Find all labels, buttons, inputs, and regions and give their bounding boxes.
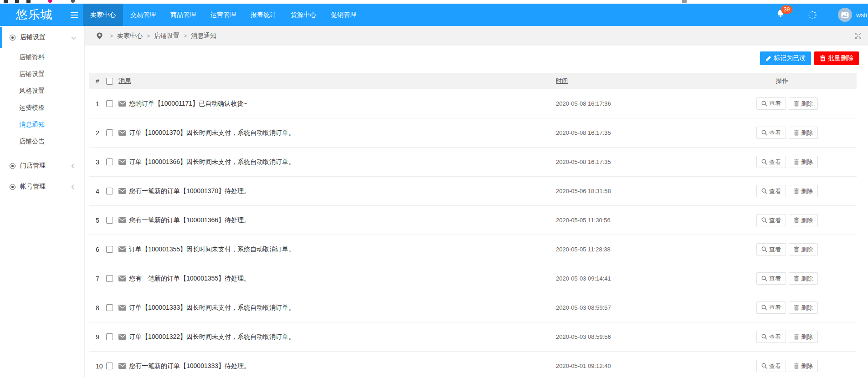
delete-label: 删除 (801, 158, 813, 166)
row-checkbox[interactable] (106, 217, 113, 224)
delete-button[interactable]: 删除 (789, 301, 818, 314)
delete-button[interactable]: 删除 (789, 360, 818, 372)
username[interactable]: wstmar (856, 11, 868, 19)
messages-table: # 消息 时间 操作 1 您的订单【100001171】已自动确认收货~ (89, 73, 857, 378)
fullscreen-icon[interactable] (855, 32, 862, 39)
message-text: 订单【100001366】因长时间未支付，系统自动取消订单。 (129, 158, 295, 166)
table-body: 1 您的订单【100001171】已自动确认收货~ 2020-05-08 16:… (89, 89, 857, 378)
delete-button[interactable]: 删除 (789, 214, 818, 226)
delete-button[interactable]: 删除 (789, 97, 818, 110)
sidebar-subitem[interactable]: 风格设置 (0, 82, 84, 99)
sidebar-subitem[interactable]: 运费模板 (0, 99, 84, 116)
chevron-left-icon (72, 184, 76, 189)
delete-button[interactable]: 删除 (789, 127, 818, 139)
trash-icon (820, 55, 826, 61)
browser-artifact (4, 0, 8, 3)
magnifier-icon (761, 276, 767, 281)
breadcrumb-item[interactable]: 消息通知 (191, 32, 216, 40)
message-time: 2020-05-03 08:59:57 (556, 304, 756, 311)
view-button[interactable]: 查看 (756, 214, 786, 226)
batch-delete-button[interactable]: 批量删除 (814, 51, 859, 65)
avatar[interactable] (838, 8, 852, 22)
table-row: 8 订单【100001333】因长时间未支付，系统自动取消订单。 2020-05… (89, 293, 857, 322)
view-button[interactable]: 查看 (756, 127, 786, 139)
view-label: 查看 (769, 362, 781, 370)
sidebar-subitem[interactable]: 消息通知 (0, 116, 84, 133)
sidebar-group-shop-settings[interactable]: 店铺设置 (0, 27, 84, 48)
row-checkbox[interactable] (106, 246, 113, 253)
breadcrumb: > 卖家中心 > 店铺设置 > 消息通知 (106, 32, 216, 40)
header-index: # (89, 77, 106, 85)
view-button[interactable]: 查看 (756, 185, 786, 197)
row-checkbox[interactable] (106, 129, 113, 136)
row-checkbox[interactable] (106, 188, 113, 194)
row-checkbox[interactable] (106, 100, 113, 107)
row-checkbox[interactable] (106, 304, 113, 311)
nav-item[interactable]: 商品管理 (163, 4, 203, 26)
envelope-icon (118, 334, 126, 340)
delete-button[interactable]: 删除 (789, 272, 818, 285)
table-row: 6 订单【100001355】因长时间未支付，系统自动取消订单。 2020-05… (89, 235, 857, 264)
trash-icon (794, 276, 799, 281)
view-button[interactable]: 查看 (756, 331, 786, 343)
delete-button[interactable]: 删除 (789, 331, 818, 343)
delete-button[interactable]: 删除 (789, 156, 818, 168)
sidebar-group-label: 店铺设置 (20, 33, 46, 41)
row-index: 3 (89, 158, 106, 166)
trash-icon (794, 246, 799, 252)
message-text: 您有一笔新的订单【100001366】待处理。 (129, 216, 250, 225)
nav-item[interactable]: 货源中心 (283, 4, 324, 26)
breadcrumb-separator: > (184, 33, 187, 39)
notifications-button[interactable]: 39 (776, 9, 785, 20)
app-logo[interactable]: 悠乐城 (0, 7, 68, 23)
header-time[interactable]: 时间 (556, 77, 568, 84)
row-index: 5 (89, 217, 106, 224)
breadcrumb-item[interactable]: 卖家中心 (117, 32, 143, 40)
row-checkbox[interactable] (106, 333, 113, 340)
sidebar-group-account-management[interactable]: 帐号管理 (0, 176, 84, 197)
table-row: 7 您有一笔新的订单【100001355】待处理。 2020-05-03 09:… (89, 264, 857, 293)
nav-item[interactable]: 运营管理 (203, 4, 243, 26)
delete-label: 删除 (801, 129, 813, 137)
message-time: 2020-05-06 18:31:58 (556, 188, 756, 194)
sidebar-subitem[interactable]: 店铺设置 (0, 66, 84, 82)
message-time: 2020-05-08 16:17:35 (556, 158, 756, 165)
view-button[interactable]: 查看 (756, 156, 786, 168)
envelope-icon (118, 217, 126, 223)
message-time: 2020-05-05 11:30:56 (556, 217, 756, 224)
delete-label: 删除 (801, 362, 813, 370)
select-all-checkbox[interactable] (106, 78, 113, 85)
refresh-loading-icon[interactable] (808, 10, 817, 20)
browser-artifact (15, 0, 19, 3)
breadcrumb-item[interactable]: 店铺设置 (154, 32, 180, 40)
magnifier-icon (761, 246, 767, 252)
nav-item[interactable]: 交易管理 (123, 4, 163, 26)
sidebar-group-label: 门店管理 (20, 162, 46, 170)
view-button[interactable]: 查看 (756, 97, 786, 110)
view-button[interactable]: 查看 (756, 243, 786, 255)
nav-item[interactable]: 促销管理 (324, 4, 364, 26)
chevron-down-icon (72, 35, 76, 39)
view-button[interactable]: 查看 (756, 301, 786, 314)
sidebar-subitem[interactable]: 店铺资料 (0, 49, 84, 66)
delete-button[interactable]: 删除 (789, 243, 818, 255)
row-checkbox[interactable] (106, 275, 113, 282)
row-checkbox[interactable] (106, 363, 113, 369)
delete-button[interactable]: 删除 (789, 185, 818, 197)
nav-item[interactable]: 卖家中心 (83, 4, 123, 26)
row-checkbox[interactable] (106, 158, 113, 165)
view-button[interactable]: 查看 (756, 360, 786, 372)
view-button[interactable]: 查看 (756, 272, 786, 285)
sidebar-group-store-management[interactable]: 门店管理 (0, 155, 84, 176)
sidebar-subitem[interactable]: 店铺公告 (0, 133, 84, 150)
envelope-icon (118, 246, 126, 252)
message-text: 您有一笔新的订单【100001333】待处理。 (129, 362, 250, 370)
view-label: 查看 (769, 129, 781, 137)
hamburger-menu-icon[interactable] (68, 4, 80, 26)
nav-item[interactable]: 报表统计 (243, 4, 283, 26)
message-text: 您有一笔新的订单【100001370】待处理。 (129, 187, 250, 195)
mark-read-button[interactable]: 标记为已读 (760, 51, 811, 65)
header-message[interactable]: 消息 (118, 77, 131, 85)
magnifier-icon (761, 130, 767, 136)
table-row: 2 订单【100001370】因长时间未支付，系统自动取消订单。 2020-05… (89, 118, 857, 148)
